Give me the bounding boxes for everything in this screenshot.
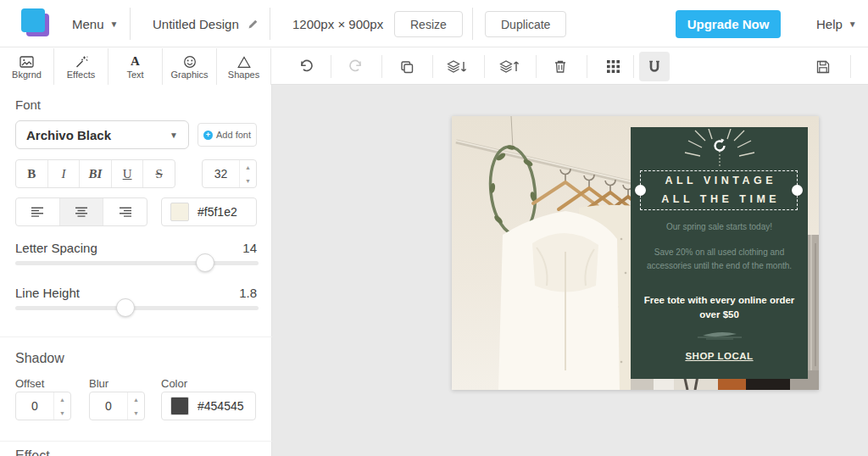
headline-text-selection[interactable]: ALL VINTAGE ALL THE TIME <box>640 170 798 210</box>
grid-icon <box>606 59 620 74</box>
add-font-button[interactable]: + Add font <box>198 123 257 147</box>
duplicate-label: Duplicate <box>501 18 550 31</box>
shadow-color-hex: #454545 <box>198 399 244 413</box>
stepper-arrows: ▲ ▼ <box>53 392 70 420</box>
resize-handle-left[interactable] <box>635 185 646 196</box>
save-button[interactable] <box>808 52 838 81</box>
resize-button[interactable]: Resize <box>394 11 463 37</box>
shadow-section-title: Shadow <box>15 351 64 366</box>
magic-wand-icon <box>75 54 88 69</box>
undo-button[interactable] <box>290 52 320 81</box>
step-down-icon[interactable]: ▼ <box>128 406 144 420</box>
underline-button[interactable]: U <box>112 160 144 187</box>
grid-view-button[interactable] <box>598 52 628 81</box>
shop-local-link[interactable]: SHOP LOCAL <box>685 351 753 361</box>
design-title-label: Untitled Design <box>153 17 239 31</box>
effect-section-title: Effect <box>15 448 50 456</box>
font-family-value: Archivo Black <box>26 128 164 142</box>
step-down-icon[interactable]: ▼ <box>54 406 70 420</box>
shadow-offset-label: Offset <box>15 377 44 390</box>
font-size-stepper[interactable]: 32 ▲ ▼ <box>202 159 257 188</box>
line-height-label: Line Height <box>15 286 80 300</box>
triangle-icon <box>237 54 251 69</box>
canvas-workspace[interactable]: ALL VINTAGE ALL THE TIME Our spring sale… <box>272 85 868 456</box>
plus-circle-icon: + <box>203 131 213 140</box>
menu-label: Menu <box>72 17 104 31</box>
shadow-blur-label: Blur <box>89 377 108 390</box>
text-color-swatch <box>170 203 189 221</box>
tab-label: Bkgrnd <box>12 70 42 80</box>
design-title[interactable]: Untitled Design <box>153 0 259 47</box>
bring-forward-button[interactable] <box>494 52 525 81</box>
bold-button[interactable]: B <box>16 160 48 187</box>
step-down-icon[interactable]: ▼ <box>240 174 256 187</box>
align-center-button[interactable] <box>60 198 104 225</box>
step-up-icon[interactable]: ▲ <box>128 392 144 406</box>
help-label: Help <box>816 17 843 31</box>
strikethrough-button[interactable]: S <box>143 160 175 187</box>
tab-label: Text <box>126 70 143 80</box>
bold-italic-button[interactable]: BI <box>80 160 112 187</box>
logo-blue-square <box>21 8 45 32</box>
bring-forward-icon <box>499 58 520 75</box>
resize-label: Resize <box>410 18 447 31</box>
subtext-2[interactable]: Save 20% on all used clothing and access… <box>643 246 796 272</box>
image-icon <box>19 54 34 69</box>
shadow-color-picker[interactable]: #454545 <box>161 392 256 420</box>
edit-pencil-icon[interactable] <box>247 18 259 31</box>
shadow-offset-value: 0 <box>16 392 53 420</box>
redo-button[interactable] <box>341 52 371 81</box>
shadow-blur-stepper[interactable]: 0 ▲ ▼ <box>89 392 145 420</box>
shadow-color-label: Color <box>161 377 187 390</box>
divider <box>472 8 473 40</box>
design-canvas[interactable]: ALL VINTAGE ALL THE TIME Our spring sale… <box>452 116 819 390</box>
tab-text[interactable]: A Text <box>108 48 163 85</box>
shadow-offset-stepper[interactable]: 0 ▲ ▼ <box>15 392 71 420</box>
snap-magnet-button[interactable] <box>639 52 670 81</box>
letter-a-icon: A <box>131 54 140 69</box>
align-right-icon <box>119 207 132 218</box>
shadow-color-swatch <box>170 397 189 415</box>
send-backward-icon <box>447 58 467 75</box>
resize-handle-right[interactable] <box>792 185 803 196</box>
dimensions-label: 1200px × 900px <box>292 17 383 31</box>
italic-button[interactable]: I <box>48 160 81 187</box>
letter-spacing-slider[interactable] <box>15 261 259 265</box>
tab-graphics[interactable]: Graphics <box>163 48 217 85</box>
duplicate-layer-button[interactable] <box>392 52 422 81</box>
divider <box>633 55 634 78</box>
divider <box>536 55 537 78</box>
leaf-ornament-icon <box>694 329 745 341</box>
divider <box>130 8 131 40</box>
align-left-icon <box>31 207 44 218</box>
app-logo[interactable] <box>21 8 50 37</box>
align-left-button[interactable] <box>16 198 60 225</box>
smiley-icon <box>183 54 197 69</box>
line-height-knob[interactable] <box>116 298 135 317</box>
stepper-arrows: ▲ ▼ <box>127 392 144 420</box>
help-dropdown[interactable]: Help ▼ <box>816 0 857 47</box>
step-up-icon[interactable]: ▲ <box>54 392 70 406</box>
line-height-value: 1.8 <box>223 286 257 300</box>
delete-button[interactable] <box>545 52 576 81</box>
promo-panel[interactable]: ALL VINTAGE ALL THE TIME Our spring sale… <box>631 127 808 379</box>
undo-icon <box>298 58 314 75</box>
tab-effects[interactable]: Effects <box>54 48 108 85</box>
rotate-handle-icon[interactable] <box>710 136 729 155</box>
text-color-picker[interactable]: #f5f1e2 <box>161 197 257 226</box>
line-height-slider[interactable] <box>15 306 259 310</box>
letter-spacing-knob[interactable] <box>196 253 214 272</box>
tab-shapes[interactable]: Shapes <box>217 48 271 85</box>
menu-dropdown[interactable]: Menu ▼ <box>72 0 118 47</box>
align-right-button[interactable] <box>103 198 147 225</box>
tab-background[interactable]: Bkgrnd <box>0 48 54 85</box>
highlight-text[interactable]: Free tote with every online order over $… <box>642 293 798 321</box>
upgrade-now-button[interactable]: Upgrade Now <box>676 10 781 38</box>
subtext-1[interactable]: Our spring sale starts today! <box>643 220 796 234</box>
divider <box>432 55 433 78</box>
font-family-select[interactable]: Archivo Black ▼ <box>15 120 189 149</box>
send-backward-button[interactable] <box>442 52 472 81</box>
text-color-hex: #f5f1e2 <box>198 205 237 219</box>
step-up-icon[interactable]: ▲ <box>240 160 256 174</box>
duplicate-button[interactable]: Duplicate <box>485 11 566 37</box>
